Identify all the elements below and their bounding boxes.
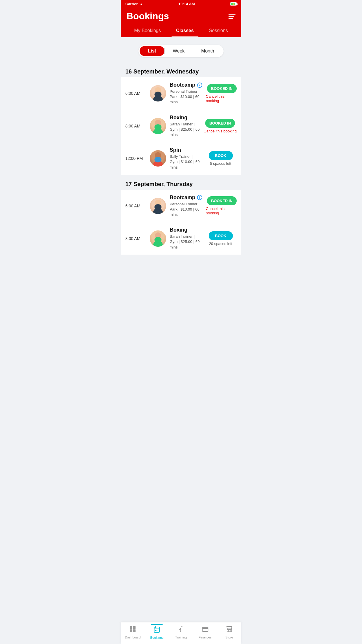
class-details: Personal Trainer | Park | $10.00 | 60 mi… [170, 202, 202, 218]
tab-sessions[interactable]: Sessions [204, 26, 233, 37]
carrier-label: Carrier [125, 2, 138, 6]
class-item-bootcamp-1: 6:00 AM Bootcamp i Personal Trainer | Pa… [121, 77, 241, 110]
cancel-booking-link[interactable]: Cancel this booking [206, 94, 238, 103]
menu-button[interactable] [229, 14, 236, 19]
info-icon[interactable]: i [197, 83, 202, 88]
class-info-bootcamp-2: Bootcamp i Personal Trainer | Park | $10… [170, 195, 202, 218]
month-view-button[interactable]: Month [193, 46, 222, 56]
svg-point-5 [154, 124, 161, 130]
content-area: List Week Month 16 September, Wednesday … [121, 37, 241, 278]
spaces-left: 20 spaces left [209, 242, 232, 246]
class-time: 8:00 AM [125, 124, 146, 128]
svg-point-11 [154, 204, 161, 210]
info-icon[interactable]: i [197, 195, 202, 200]
class-item-spin-1: 12:00 PM Spin Sally Trainer | Gym | $10.… [121, 142, 241, 175]
header: Bookings My Bookings Classes Sessions [121, 8, 241, 37]
svg-point-2 [154, 92, 161, 97]
class-item-boxing-1: 8:00 AM Boxing Sarah Trainer | Gym | $25… [121, 110, 241, 143]
class-action-spin-1: BOOK 5 spaces left [205, 151, 237, 166]
class-item-bootcamp-2: 6:00 AM Bootcamp i Personal Trainer | Pa… [121, 190, 241, 223]
tab-classes[interactable]: Classes [171, 26, 198, 37]
class-details: Sarah Trainer | Gym | $25.00 | 60 mins [170, 122, 200, 138]
book-button[interactable]: BOOK [209, 151, 233, 160]
class-action-bootcamp-1: BOOKED IN Cancel this booking [206, 84, 238, 103]
avatar-boxing-2 [150, 230, 166, 247]
page-title: Bookings [126, 11, 169, 22]
view-toggle: List Week Month [138, 45, 224, 57]
cancel-booking-link[interactable]: Cancel this booking [206, 206, 238, 215]
class-info-boxing-2: Boxing Sarah Trainer | Gym | $25.00 | 60… [170, 227, 201, 250]
booked-button[interactable]: BOOKED IN [207, 196, 237, 205]
class-name: Spin [170, 147, 181, 153]
avatar-bootcamp-1 [150, 85, 166, 102]
status-left: Carrier ▲ [125, 2, 143, 6]
classes-list-2: 6:00 AM Bootcamp i Personal Trainer | Pa… [121, 190, 241, 255]
spaces-left: 5 spaces left [210, 161, 231, 166]
avatar-bootcamp-2 [150, 198, 166, 214]
class-info-spin-1: Spin Sally Trainer | Gym | $10.00 | 60 m… [170, 147, 201, 170]
battery-icon: ⚡ [230, 2, 237, 6]
date-section-1: 16 September, Wednesday [121, 65, 241, 77]
class-name: Boxing [170, 227, 187, 233]
view-toggle-wrap: List Week Month [121, 37, 241, 65]
charging-bolt: ⚡ [232, 3, 235, 5]
class-info-bootcamp-1: Bootcamp i Personal Trainer | Park | $10… [170, 82, 202, 105]
class-name: Bootcamp [170, 82, 195, 88]
class-action-bootcamp-2: BOOKED IN Cancel this booking [206, 196, 238, 215]
status-bar: Carrier ▲ 10:14 AM ⚡ [121, 0, 241, 8]
classes-list-1: 6:00 AM Bootcamp i Personal Trainer | Pa… [121, 77, 241, 175]
date-heading-2: 17 September, Thursday [125, 181, 237, 188]
class-details: Sarah Trainer | Gym | $25.00 | 60 mins [170, 234, 201, 250]
class-time: 6:00 AM [125, 204, 146, 208]
svg-point-8 [154, 157, 161, 162]
class-time: 6:00 AM [125, 91, 146, 96]
booked-button[interactable]: BOOKED IN [207, 84, 237, 93]
class-details: Personal Trainer | Park | $10.00 | 60 mi… [170, 89, 202, 105]
class-name: Boxing [170, 115, 187, 121]
status-right: ⚡ [230, 2, 237, 6]
class-item-boxing-2: 8:00 AM Boxing Sarah Trainer | Gym | $25… [121, 222, 241, 255]
status-time: 10:14 AM [178, 2, 195, 6]
tab-my-bookings[interactable]: My Bookings [129, 26, 166, 37]
avatar-boxing-1 [150, 118, 166, 134]
class-action-boxing-2: BOOK 20 spaces left [205, 231, 237, 246]
class-info-boxing-1: Boxing Sarah Trainer | Gym | $25.00 | 60… [170, 115, 200, 138]
class-time: 8:00 AM [125, 236, 146, 241]
class-name: Bootcamp [170, 195, 195, 201]
svg-point-14 [154, 237, 161, 243]
book-button[interactable]: BOOK [209, 231, 233, 240]
week-view-button[interactable]: Week [165, 46, 193, 56]
wifi-icon: ▲ [140, 2, 143, 6]
booked-button[interactable]: BOOKED IN [205, 119, 235, 128]
avatar-spin-1 [150, 150, 166, 167]
class-details: Sally Trainer | Gym | $10.00 | 60 mins [170, 154, 201, 170]
cancel-booking-link[interactable]: Cancel this booking [204, 129, 237, 133]
class-time: 12:00 PM [125, 156, 146, 161]
class-action-boxing-1: BOOKED IN Cancel this booking [204, 119, 237, 133]
nav-tabs: My Bookings Classes Sessions [126, 26, 236, 37]
list-view-button[interactable]: List [140, 46, 164, 56]
date-section-2: 17 September, Thursday [121, 177, 241, 190]
date-heading-1: 16 September, Wednesday [125, 68, 237, 75]
